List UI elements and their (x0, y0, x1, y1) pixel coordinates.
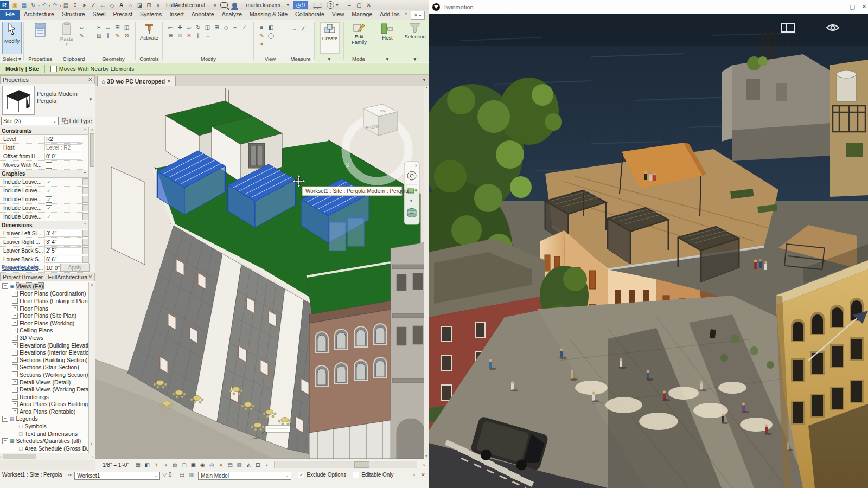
section-dimensions[interactable]: Dimensions⌃ (0, 221, 88, 229)
view-tab[interactable]: ⌂ 3D wo PC Uncropped ✕ (97, 76, 176, 86)
maximize-button[interactable]: ▢ (354, 2, 364, 8)
sun-path-icon[interactable]: ☀ (152, 462, 161, 468)
temporary-view-properties-icon[interactable]: ▥ (235, 462, 244, 468)
tree-item-label[interactable]: Ceiling Plans (20, 327, 53, 333)
reveal-hidden-icon[interactable]: ● (257, 40, 266, 48)
linework-icon[interactable]: ✎ (257, 31, 266, 40)
expand-icon[interactable]: + (12, 357, 18, 363)
split-icon[interactable]: ∕ (240, 23, 249, 31)
trim-icon[interactable]: ⌐ (231, 23, 240, 31)
show-crop-region-icon[interactable]: ▣ (189, 462, 198, 468)
properties-header[interactable]: Properties✕ (0, 75, 95, 84)
tree-item-floor-plans-working-[interactable]: +Floor Plans (Working) (0, 319, 88, 327)
default-3d-view-icon[interactable]: ⌂ (126, 2, 135, 8)
property-checkbox[interactable]: ✓ (46, 188, 52, 194)
tree-item-label[interactable]: Floor Plans (Coordination) (20, 290, 86, 297)
tree-item-label[interactable]: Elevations (Building Elevation (20, 342, 88, 349)
tree-item-sections-stair-section-[interactable]: +Sections (Stair Section) (0, 364, 88, 371)
associate-parameter-button[interactable] (82, 256, 88, 263)
property-value[interactable]: 2' 5" (44, 247, 81, 254)
paste-aligned-icon[interactable]: ⊞ (113, 23, 122, 31)
close-button[interactable]: ✕ (860, 3, 868, 10)
move-icon[interactable]: ✚ (175, 23, 184, 31)
shadows-icon[interactable]: ◑ (161, 462, 170, 468)
section-icon[interactable]: ◪ (135, 2, 144, 8)
associate-parameter-button[interactable] (82, 239, 88, 246)
delete-icon[interactable]: ✕ (184, 31, 194, 40)
tree-item-label[interactable]: Elevations (Interior Elevation (20, 349, 88, 356)
tree-item-label[interactable]: Floor Plans (20, 305, 48, 312)
store-cart-icon[interactable] (314, 3, 322, 8)
geometry-tools[interactable]: ✂▱⊞◫▨∥✎⊘ (94, 23, 133, 40)
modify-icon[interactable]: ➤ (80, 2, 89, 8)
properties-button[interactable] (31, 22, 49, 53)
associate-parameter-button[interactable] (82, 247, 88, 254)
tree-item-label[interactable]: Schedules/Quantities (all) (16, 438, 81, 444)
minimize-button[interactable]: – (344, 2, 354, 8)
close-inactive-windows-icon[interactable]: ⊞ (144, 2, 154, 8)
help-menu-chevron-icon[interactable]: ▾ (336, 2, 339, 8)
sync-pending-badge[interactable]: ◷ 9 (293, 1, 308, 9)
hide-elements-icon[interactable]: ◯ (266, 31, 276, 40)
tab-manage[interactable]: Manage (348, 10, 376, 20)
expand-icon[interactable]: + (12, 387, 18, 393)
moves-with-nearby-checkbox[interactable] (50, 66, 57, 72)
tree-item-label[interactable]: Views (Fe) (16, 283, 43, 290)
tree-item-views-fe-[interactable]: −▣Views (Fe) (0, 282, 88, 290)
tree-item-floor-plans-coordination-[interactable]: +Floor Plans (Coordination) (0, 290, 88, 298)
join-icon[interactable]: ◫ (122, 23, 131, 31)
tab-collaborate[interactable]: Collaborate (291, 10, 328, 20)
expand-icon[interactable]: + (12, 305, 18, 311)
tab-structure[interactable]: Structure (58, 10, 89, 20)
tree-item-detail-views-detail-[interactable]: +Detail Views (Detail) (0, 378, 88, 386)
edit-type-button[interactable]: Edit Type (61, 117, 93, 125)
tree-item-renderings[interactable]: +Renderings (0, 393, 88, 401)
tree-item-label[interactable]: Sections (Working Section) (20, 371, 88, 378)
tree-item-label[interactable]: Area Plans (Gross Building) (20, 401, 88, 407)
property-checkbox[interactable]: ✓ (46, 179, 52, 185)
close-button[interactable]: ✕ (364, 2, 374, 8)
tree-item-floor-plans-enlarged-plan-[interactable]: +Floor Plans (Enlarged Plan) (0, 297, 88, 305)
close-icon[interactable]: ✕ (88, 77, 92, 82)
qat-customize-icon[interactable]: » (154, 2, 163, 8)
worksets-glasses-icon[interactable]: ∞ (68, 472, 72, 478)
mirror-icon[interactable]: ◫ (203, 23, 212, 31)
twinmotion-viewport[interactable] (429, 14, 868, 488)
host-button[interactable]: Host (378, 22, 397, 53)
tree-item-sections-building-section-[interactable]: +Sections (Building Section) (0, 356, 88, 364)
offset-icon[interactable]: ∥ (104, 31, 113, 40)
browser-vscrollbar[interactable]: ∧∨ (88, 282, 95, 453)
tree-item-label[interactable]: Sections (Stair Section) (20, 364, 79, 370)
tree-item-symbols[interactable]: ▢Symbols (0, 422, 88, 430)
activate-button[interactable]: Activate (140, 22, 158, 53)
tree-item-label[interactable]: Renderings (20, 394, 49, 400)
filter-combo[interactable]: Site (3)⌄ (1, 117, 59, 125)
signed-in-user[interactable]: martin.krasem... (246, 2, 285, 8)
property-value[interactable]: 3' 4" (44, 230, 81, 237)
associate-parameter-button[interactable] (82, 230, 88, 237)
tree-item-label[interactable]: Area Plans (Rentable) (20, 408, 75, 415)
tree-item-sections-working-section-[interactable]: +Sections (Working Section) (0, 371, 88, 378)
paste-button[interactable]: Paste▾ (59, 22, 75, 53)
selection-warning-icon[interactable]: ✕ (421, 472, 425, 478)
tree-item-label[interactable]: Text and Dimensions (25, 431, 78, 437)
maximize-button[interactable]: ▢ (844, 3, 860, 10)
paint-icon[interactable]: ✎ (113, 31, 122, 40)
viewport-hscrollbar[interactable] (274, 461, 417, 468)
view-scale[interactable]: 1/8" = 1'-0" (103, 462, 129, 468)
associate-parameter-button[interactable] (82, 187, 88, 194)
tree-item-area-schedule-gross-buil-[interactable]: ▢Area Schedule (Gross Buil... (0, 445, 88, 452)
tree-item-label[interactable]: 3D Views (20, 335, 43, 341)
tree-item-label[interactable]: Detail Views (Detail) (20, 379, 71, 386)
redo-icon[interactable]: ↷ (50, 2, 60, 8)
selection-button[interactable]: Selection (405, 22, 425, 53)
measure-tools[interactable]: ↔∠ (290, 24, 311, 33)
sync-with-central-icon[interactable]: ↻ (29, 2, 38, 8)
type-selector-chevron-icon[interactable]: ▼ (88, 97, 93, 102)
section-constraints[interactable]: Constraints⌃ (0, 127, 88, 135)
worksharing-display-icon[interactable]: ▤ (226, 462, 235, 468)
title-collapse-icon[interactable]: ◂ (213, 2, 216, 8)
view-tools[interactable]: ≡◧✎◯● (257, 23, 284, 48)
tree-item-legends[interactable]: −▤Legends (0, 415, 88, 423)
tab-overflow-icon[interactable]: » (405, 10, 407, 20)
